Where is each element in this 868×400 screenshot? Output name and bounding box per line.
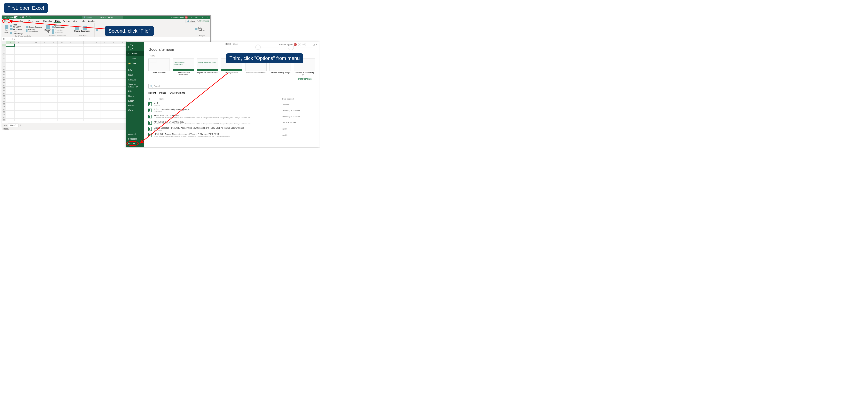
user-name[interactable]: Elisabet Eppes (172, 17, 184, 19)
row-header[interactable]: 17 (2, 87, 6, 89)
grid-cell[interactable] (32, 65, 40, 68)
grid-cell[interactable] (6, 100, 14, 102)
grid-cell[interactable] (66, 89, 75, 92)
grid-cell[interactable] (118, 65, 127, 68)
grid-cell[interactable] (14, 49, 23, 52)
back-button[interactable]: ← (128, 44, 133, 50)
grid-cell[interactable] (14, 119, 23, 121)
grid-cell[interactable] (40, 113, 49, 116)
grid-cell[interactable] (110, 108, 118, 111)
column-header[interactable]: C (23, 41, 32, 44)
grid-cell[interactable] (75, 76, 84, 79)
grid-cell[interactable] (40, 92, 49, 94)
grid-cell[interactable] (40, 73, 49, 76)
grid-cell[interactable] (75, 113, 84, 116)
grid-cell[interactable] (23, 60, 32, 62)
grid-cell[interactable] (84, 52, 92, 54)
grid-cell[interactable] (92, 95, 101, 97)
row-header[interactable]: 12 (2, 73, 6, 76)
grid-cell[interactable] (32, 76, 40, 79)
grid-cell[interactable] (40, 55, 49, 57)
grid-cell[interactable] (14, 65, 23, 68)
grid-cell[interactable] (49, 97, 58, 100)
grid-cell[interactable] (49, 47, 58, 49)
grid-cell[interactable] (23, 119, 32, 121)
grid-cell[interactable] (75, 71, 84, 73)
grid-cell[interactable] (32, 68, 40, 70)
grid-cell[interactable] (14, 44, 23, 47)
grid-cell[interactable] (118, 84, 127, 86)
select-all-corner[interactable] (2, 41, 6, 44)
grid-cell[interactable] (101, 87, 110, 89)
grid-cell[interactable] (40, 119, 49, 121)
grid-cell[interactable] (84, 79, 92, 81)
grid-cell[interactable] (32, 92, 40, 94)
grid-cell[interactable] (84, 105, 92, 108)
grid-cell[interactable] (110, 73, 118, 76)
grid-cell[interactable] (40, 79, 49, 81)
grid-cell[interactable] (14, 81, 23, 84)
grid-cell[interactable] (92, 105, 101, 108)
grid-cell[interactable] (110, 71, 118, 73)
grid-cell[interactable] (84, 100, 92, 102)
grid-cell[interactable] (118, 81, 127, 84)
grid-cell[interactable] (58, 57, 66, 60)
grid-cell[interactable] (101, 63, 110, 65)
grid-cell[interactable] (118, 79, 127, 81)
redo-icon[interactable]: ↷ (29, 16, 32, 19)
grid-cell[interactable] (40, 103, 49, 105)
grid-cell[interactable] (40, 65, 49, 68)
grid-cell[interactable] (49, 55, 58, 57)
grid-cell[interactable] (101, 81, 110, 84)
grid-cell[interactable] (66, 63, 75, 65)
grid-cell[interactable] (23, 65, 32, 68)
header-date[interactable]: Date modified (282, 98, 315, 100)
grid-cell[interactable] (40, 63, 49, 65)
grid-cell[interactable] (84, 103, 92, 105)
grid-cell[interactable] (84, 97, 92, 100)
get-data-button[interactable]: Get Data (3, 24, 9, 35)
grid-cell[interactable] (75, 60, 84, 62)
grid-cell[interactable] (32, 73, 40, 76)
grid-cell[interactable] (66, 44, 75, 47)
row-header[interactable]: 2 (2, 47, 6, 49)
row-header[interactable]: 19 (2, 92, 6, 95)
minimize-button[interactable]: — (194, 17, 198, 19)
grid-cell[interactable] (84, 60, 92, 62)
nav-open[interactable]: 📂Open (126, 61, 144, 66)
grid-cell[interactable] (40, 89, 49, 92)
grid-cell[interactable] (92, 47, 101, 49)
grid-cell[interactable] (92, 92, 101, 94)
sheet-tab[interactable]: Sheet1 (8, 124, 19, 127)
grid-cell[interactable] (84, 111, 92, 113)
grid-cell[interactable] (6, 105, 14, 108)
column-header[interactable]: E (40, 41, 49, 44)
grid-cell[interactable] (6, 49, 14, 52)
grid-cell[interactable] (92, 113, 101, 116)
grid-cell[interactable] (14, 63, 23, 65)
grid-cell[interactable] (49, 65, 58, 68)
grid-cell[interactable] (23, 113, 32, 116)
grid-cell[interactable] (23, 97, 32, 100)
grid-cell[interactable] (101, 119, 110, 121)
grid-cell[interactable] (40, 60, 49, 62)
grid-cell[interactable] (75, 49, 84, 52)
grid-cell[interactable] (58, 79, 66, 81)
grid-cell[interactable] (110, 65, 118, 68)
grid-cell[interactable] (101, 84, 110, 86)
column-header[interactable]: J (84, 41, 92, 44)
grid-cell[interactable] (84, 71, 92, 73)
grid-cell[interactable] (14, 68, 23, 70)
grid-cell[interactable] (75, 87, 84, 89)
grid-cell[interactable] (49, 44, 58, 47)
grid-cell[interactable] (49, 63, 58, 65)
grid-cell[interactable] (58, 100, 66, 102)
grid-cell[interactable] (23, 57, 32, 60)
grid-cell[interactable] (118, 119, 127, 121)
grid-cell[interactable] (92, 108, 101, 111)
grid-cell[interactable] (14, 111, 23, 113)
row-header[interactable]: 10 (2, 68, 6, 71)
grid-cell[interactable] (32, 113, 40, 116)
grid-cell[interactable] (49, 105, 58, 108)
grid-cell[interactable] (32, 49, 40, 52)
